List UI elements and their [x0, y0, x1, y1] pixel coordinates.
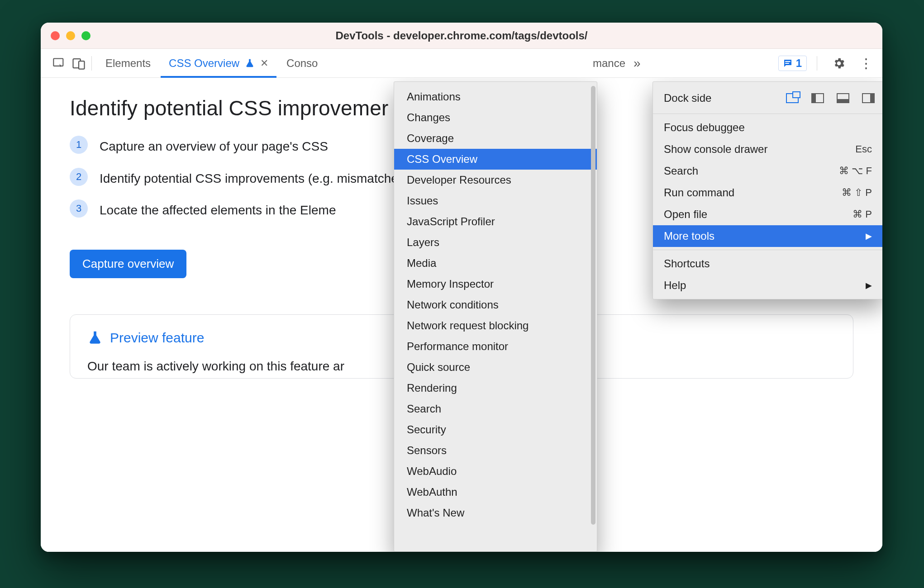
menu-search[interactable]: Search⌘ ⌥ F: [653, 160, 882, 182]
submenu-item-media[interactable]: Media: [394, 253, 597, 274]
chat-icon: [782, 58, 793, 69]
dock-bottom-icon[interactable]: [837, 93, 849, 103]
shortcut: ⌘ ⇧ P: [842, 187, 872, 199]
kebab-menu-icon[interactable]: ⋮: [856, 54, 876, 72]
toolbar-separator: [91, 56, 92, 71]
flask-icon: [87, 330, 103, 346]
panel-content: Identify potential CSS improvemer 1Captu…: [41, 78, 882, 552]
panel-tabs: Elements CSS Overview ✕ Conso: [96, 49, 327, 77]
submenu-item-javascript-profiler[interactable]: JavaScript Profiler: [394, 211, 597, 232]
submenu-item-coverage[interactable]: Coverage: [394, 128, 597, 149]
submenu-item-network-conditions[interactable]: Network conditions: [394, 294, 597, 315]
submenu-item-search[interactable]: Search: [394, 398, 597, 419]
tab-elements[interactable]: Elements: [96, 49, 160, 77]
scrollbar[interactable]: [591, 86, 595, 525]
menu-run-command[interactable]: Run command⌘ ⇧ P: [653, 182, 882, 204]
svg-rect-0: [53, 58, 63, 66]
more-tools-submenu: Animations Changes Coverage CSS Overview…: [394, 81, 597, 552]
menu-separator: [653, 250, 882, 250]
dock-popout-icon[interactable]: [786, 93, 799, 103]
submenu-item-webaudio[interactable]: WebAudio: [394, 461, 597, 482]
tab-label: Conso: [286, 57, 318, 70]
menu-dock-side: Dock side: [653, 85, 882, 111]
submenu-item-rendering[interactable]: Rendering: [394, 378, 597, 398]
menu-more-tools[interactable]: More tools▶: [653, 225, 882, 247]
device-toolbar-icon[interactable]: [69, 54, 89, 72]
step-number: 2: [70, 168, 88, 186]
submenu-item-css-overview[interactable]: CSS Overview: [394, 149, 597, 170]
tab-label: CSS Overview: [169, 57, 239, 70]
tab-performance-truncated[interactable]: mance: [584, 49, 634, 77]
capture-overview-button[interactable]: Capture overview: [70, 250, 186, 278]
dock-label: Dock side: [664, 92, 711, 104]
submenu-item-memory-inspector[interactable]: Memory Inspector: [394, 274, 597, 294]
tab-label: mance: [593, 57, 625, 70]
window-title: DevTools - developer.chrome.com/tags/dev…: [41, 29, 882, 42]
menu-show-console-drawer[interactable]: Show console drawerEsc: [653, 138, 882, 160]
svg-rect-2: [79, 61, 85, 69]
submenu-item-changes[interactable]: Changes: [394, 107, 597, 128]
tabs-overflow-icon[interactable]: »: [629, 49, 645, 77]
submenu-item-layers[interactable]: Layers: [394, 232, 597, 253]
devtools-window: DevTools - developer.chrome.com/tags/dev…: [41, 23, 882, 552]
step-text: Capture an overview of your page's CSS: [100, 138, 328, 156]
inspect-element-icon[interactable]: [49, 54, 69, 72]
window-titlebar: DevTools - developer.chrome.com/tags/dev…: [41, 23, 882, 49]
menu-open-file[interactable]: Open file⌘ P: [653, 204, 882, 225]
submenu-item-performance-monitor[interactable]: Performance monitor: [394, 336, 597, 357]
tab-label: Elements: [105, 57, 151, 70]
tab-css-overview[interactable]: CSS Overview ✕: [160, 49, 277, 77]
menu-focus-debuggee[interactable]: Focus debuggee: [653, 117, 882, 138]
submenu-item-sensors[interactable]: Sensors: [394, 440, 597, 461]
step-number: 3: [70, 199, 88, 218]
submenu-item-issues[interactable]: Issues: [394, 190, 597, 211]
submenu-item-security[interactable]: Security: [394, 419, 597, 440]
menu-help[interactable]: Help▶: [653, 275, 882, 296]
menu-separator: [653, 114, 882, 114]
issues-count: 1: [796, 57, 802, 70]
chevron-right-icon: ▶: [866, 280, 872, 290]
submenu-item-quick-source[interactable]: Quick source: [394, 357, 597, 378]
gear-icon[interactable]: [829, 54, 849, 72]
issues-badge[interactable]: 1: [778, 56, 807, 71]
close-icon[interactable]: ✕: [260, 57, 268, 69]
submenu-item-developer-resources[interactable]: Developer Resources: [394, 170, 597, 190]
submenu-item-animations[interactable]: Animations: [394, 86, 597, 107]
shortcut: ⌘ ⌥ F: [839, 165, 872, 177]
submenu-item-network-request-blocking[interactable]: Network request blocking: [394, 315, 597, 336]
chevron-right-icon: ▶: [866, 231, 872, 241]
preview-title: Preview feature: [110, 330, 204, 346]
submenu-item-whats-new[interactable]: What's New: [394, 503, 597, 523]
dock-right-icon[interactable]: [862, 93, 875, 103]
shortcut: Esc: [855, 143, 872, 155]
step-text: Locate the affected elements in the Elem…: [100, 201, 336, 220]
flask-icon: [245, 57, 255, 69]
shortcut: ⌘ P: [853, 209, 872, 220]
dock-left-icon[interactable]: [811, 93, 824, 103]
menu-shortcuts[interactable]: Shortcuts: [653, 253, 882, 275]
devtools-toolbar: Elements CSS Overview ✕ Conso mance » 1: [41, 49, 882, 78]
submenu-item-webauthn[interactable]: WebAuthn: [394, 482, 597, 503]
tab-console[interactable]: Conso: [277, 49, 327, 77]
step-number: 1: [70, 136, 88, 154]
step-text: Identify potential CSS improvements (e.g…: [100, 170, 409, 188]
toolbar-separator: [817, 56, 817, 71]
main-dropdown-menu: Dock side Focus debuggee Show console dr…: [653, 81, 882, 299]
